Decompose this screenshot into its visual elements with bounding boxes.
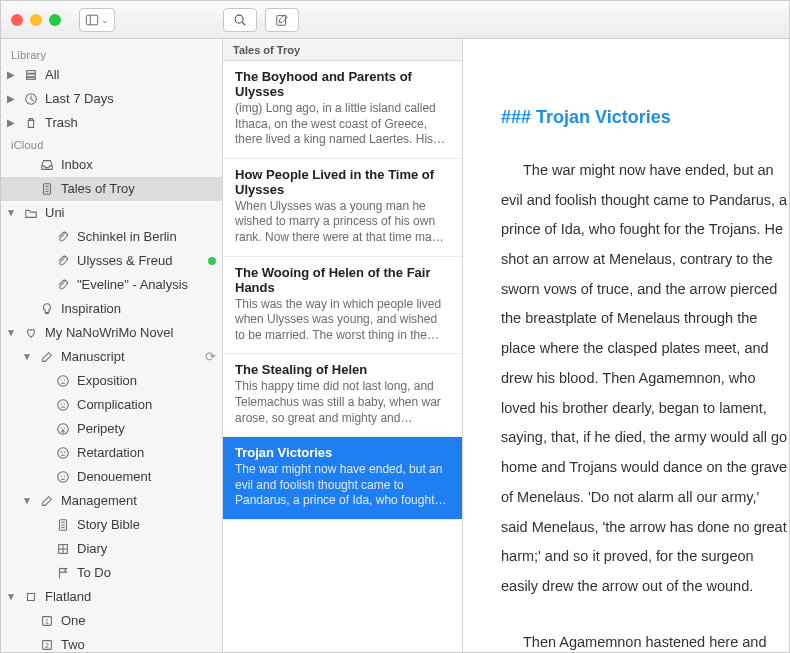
- box2-icon: 2: [39, 637, 55, 652]
- svg-point-15: [64, 380, 65, 381]
- svg-point-23: [62, 430, 64, 432]
- svg-point-24: [58, 448, 69, 459]
- bulb-icon: [39, 301, 55, 317]
- sidebar-item[interactable]: Retardation: [1, 441, 222, 465]
- sidebar-item-label: Last 7 Days: [45, 90, 216, 108]
- note-list-header: Tales of Troy: [223, 39, 462, 61]
- pencil-icon: [39, 349, 55, 365]
- sheet-icon: [39, 181, 55, 197]
- svg-point-29: [61, 476, 62, 477]
- editor-heading: ### Trojan Victories: [501, 99, 789, 136]
- note-item[interactable]: The Stealing of HelenThis happy time did…: [223, 354, 462, 437]
- sidebar-item-label: Story Bible: [77, 516, 216, 534]
- sidebar-item[interactable]: ▼Management: [1, 489, 222, 513]
- sidebar-item-label: Denouement: [77, 468, 216, 486]
- disclosure-triangle-icon[interactable]: ▼: [21, 492, 33, 510]
- svg-rect-7: [27, 78, 36, 80]
- note-item[interactable]: The Wooing of Helen of the Fair HandsThi…: [223, 257, 462, 355]
- sidebar-item[interactable]: ▼My NaNoWriMo Novel: [1, 321, 222, 345]
- sidebar-item[interactable]: Schinkel in Berlin: [1, 225, 222, 249]
- zoom-window[interactable]: [49, 14, 61, 26]
- disclosure-triangle-icon[interactable]: ▶: [5, 66, 17, 84]
- svg-point-22: [64, 428, 65, 429]
- new-note-button[interactable]: [265, 8, 299, 32]
- svg-point-19: [64, 404, 65, 405]
- sidebar-item[interactable]: "Eveline" - Analysis: [1, 273, 222, 297]
- note-item[interactable]: Trojan VictoriesThe war might now have e…: [223, 437, 462, 520]
- sidebar-icon: [85, 13, 99, 27]
- app-window: ⌄ Library▶All▶Last 7 Days▶TrashiCloudInb…: [0, 0, 790, 653]
- disclosure-triangle-icon[interactable]: ▼: [21, 348, 33, 366]
- trash-icon: [23, 115, 39, 131]
- sidebar-item[interactable]: Tales of Troy: [1, 177, 222, 201]
- folder-icon: [23, 205, 39, 221]
- sidebar-item[interactable]: ▼Manuscript⟳: [1, 345, 222, 369]
- face-oh-icon: [55, 421, 71, 437]
- sidebar-item[interactable]: Diary: [1, 537, 222, 561]
- disclosure-triangle-icon[interactable]: ▼: [5, 588, 17, 606]
- heart-icon: [23, 325, 39, 341]
- sidebar[interactable]: Library▶All▶Last 7 Days▶TrashiCloudInbox…: [1, 39, 223, 652]
- note-preview: The war might now have ended, but an evi…: [235, 462, 450, 509]
- sidebar-section-header: Library: [1, 45, 222, 63]
- flag-icon: [55, 565, 71, 581]
- sidebar-item-label: Two: [61, 636, 216, 652]
- sidebar-item[interactable]: 1One: [1, 609, 222, 633]
- sidebar-item-label: All: [45, 66, 216, 84]
- editor[interactable]: ### Trojan Victories The war might now h…: [463, 39, 789, 652]
- sidebar-item[interactable]: ▶Trash: [1, 111, 222, 135]
- disclosure-triangle-icon[interactable]: ▶: [5, 114, 17, 132]
- svg-rect-38: [28, 594, 35, 601]
- sidebar-item-label: Complication: [77, 396, 216, 414]
- note-item[interactable]: How People Lived in the Time of UlyssesW…: [223, 159, 462, 257]
- sidebar-item-label: Ulysses & Freud: [77, 252, 198, 270]
- sidebar-item-label: Diary: [77, 540, 216, 558]
- sidebar-item-label: Manuscript: [61, 348, 199, 366]
- sidebar-item[interactable]: ▼Uni: [1, 201, 222, 225]
- search-button[interactable]: [223, 8, 257, 32]
- note-preview: This was the way in which people lived w…: [235, 297, 450, 344]
- disclosure-triangle-icon[interactable]: ▼: [5, 324, 17, 342]
- sidebar-item-label: Uni: [45, 204, 216, 222]
- sidebar-item-label: "Eveline" - Analysis: [77, 276, 216, 294]
- svg-point-18: [61, 404, 62, 405]
- sidebar-item[interactable]: Peripety: [1, 417, 222, 441]
- svg-point-30: [64, 476, 65, 477]
- sidebar-item[interactable]: 2Two: [1, 633, 222, 652]
- sidebar-item[interactable]: Complication: [1, 393, 222, 417]
- sidebar-item[interactable]: To Do: [1, 561, 222, 585]
- inbox-icon: [39, 157, 55, 173]
- sheet-icon: [55, 517, 71, 533]
- sidebar-item[interactable]: Denouement: [1, 465, 222, 489]
- sidebar-item[interactable]: ▶All: [1, 63, 222, 87]
- note-item[interactable]: The Boyhood and Parents of Ulysses(img) …: [223, 61, 462, 159]
- svg-point-17: [58, 400, 69, 411]
- sidebar-item[interactable]: ▶Last 7 Days: [1, 87, 222, 111]
- close-window[interactable]: [11, 14, 23, 26]
- svg-rect-5: [27, 71, 36, 74]
- square-icon: [23, 589, 39, 605]
- face-zzz-icon: [55, 445, 71, 461]
- toggle-sidebar-button[interactable]: ⌄: [79, 8, 115, 32]
- sidebar-item[interactable]: ▼Flatland: [1, 585, 222, 609]
- note-list-items[interactable]: The Boyhood and Parents of Ulysses(img) …: [223, 61, 462, 520]
- minimize-window[interactable]: [30, 14, 42, 26]
- sidebar-item-label: Retardation: [77, 444, 216, 462]
- note-preview: This happy time did not last long, and T…: [235, 379, 450, 426]
- sidebar-item[interactable]: Inbox: [1, 153, 222, 177]
- sidebar-item[interactable]: Ulysses & Freud: [1, 249, 222, 273]
- svg-point-14: [61, 380, 62, 381]
- disclosure-triangle-icon[interactable]: ▼: [5, 204, 17, 222]
- face-smile-icon: [55, 469, 71, 485]
- note-preview: When Ulysses was a young man he wished t…: [235, 199, 450, 246]
- stack-icon: [23, 67, 39, 83]
- sidebar-item-label: Tales of Troy: [61, 180, 216, 198]
- sidebar-item-label: Schinkel in Berlin: [77, 228, 216, 246]
- disclosure-triangle-icon[interactable]: ▶: [5, 90, 17, 108]
- svg-point-2: [235, 15, 243, 23]
- svg-rect-6: [27, 74, 36, 77]
- sidebar-item[interactable]: Inspiration: [1, 297, 222, 321]
- sidebar-item[interactable]: Exposition: [1, 369, 222, 393]
- svg-point-28: [58, 472, 69, 483]
- sidebar-item[interactable]: Story Bible: [1, 513, 222, 537]
